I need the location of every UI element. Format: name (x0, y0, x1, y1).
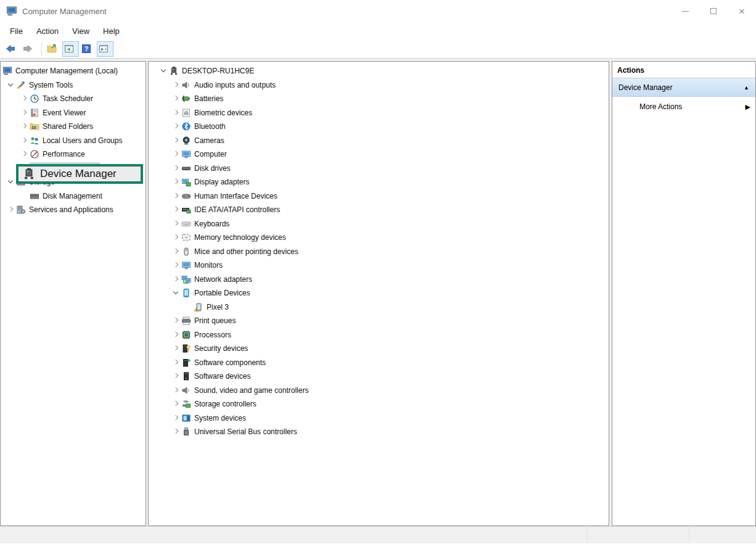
tree-item-computer[interactable]: Computer (149, 147, 609, 162)
tree-item-biometric-devices[interactable]: Biometric devices (149, 106, 609, 120)
security-devices-icon (181, 344, 191, 353)
tree-item-label: Local Users and Groups (43, 136, 122, 145)
tree-item-processors[interactable]: Processors (149, 328, 609, 342)
tree-item-ide-ata-atapi-controllers[interactable]: IDE ATA/ATAPI controllers (149, 203, 609, 217)
chevron-right-icon[interactable] (171, 94, 181, 104)
tree-item-event-viewer[interactable]: Event Viewer (1, 106, 146, 120)
tree-item-print-queues[interactable]: Print queues (149, 314, 609, 328)
show-action-pane-toggle[interactable] (97, 41, 113, 57)
menu-help[interactable]: Help (96, 24, 126, 38)
tree-item-body: Batteries (181, 93, 227, 105)
tree-item-memory-technology-devices[interactable]: Memory technology devices (149, 231, 609, 245)
tree-item-software-components[interactable]: Software components (149, 356, 609, 370)
tree-item-body: Display adapters (181, 176, 253, 188)
tree-item-system-tools[interactable]: System Tools (1, 78, 146, 93)
tree-item-disk-management[interactable]: Disk Management (1, 189, 146, 204)
tree-item-label: Mice and other pointing devices (194, 247, 298, 256)
forward-button[interactable] (21, 41, 38, 57)
cameras-icon (181, 136, 191, 146)
tree-item-desktop-ru1hc9e[interactable]: DESKTOP-RU1HC9E (149, 64, 609, 78)
chevron-down-icon[interactable] (158, 66, 169, 76)
tree-item-body: Task Scheduler (30, 93, 97, 105)
tree-item-storage-controllers[interactable]: Storage controllers (149, 397, 609, 411)
close-button[interactable]: × (728, 0, 756, 22)
tree-item-sound-video-and-game-controllers[interactable]: Sound, video and game controllers (149, 384, 609, 398)
tree-item-label: Universal Serial Bus controllers (194, 427, 297, 436)
chevron-right-icon[interactable] (171, 247, 181, 257)
tree-item-software-devices[interactable]: Software devices (149, 369, 609, 384)
tree-item-local-users-and-groups[interactable]: Local Users and Groups (1, 134, 146, 148)
chevron-right-icon[interactable] (171, 385, 181, 395)
tree-item-security-devices[interactable]: Security devices (149, 342, 609, 356)
chevron-right-icon[interactable] (171, 205, 181, 215)
tree-item-display-adapters[interactable]: Display adapters (149, 175, 609, 189)
tree-item-services-and-applications[interactable]: Services and Applications (1, 203, 146, 217)
menu-view[interactable]: View (65, 24, 96, 38)
tree-item-disk-drives[interactable]: Disk drives (149, 162, 609, 176)
tree-item-task-scheduler[interactable]: Task Scheduler (1, 92, 146, 106)
chevron-right-icon[interactable] (171, 177, 181, 187)
tree-item-pixel-3[interactable]: Pixel 3 (149, 300, 609, 315)
tree-item-bluetooth[interactable]: Bluetooth (149, 120, 609, 134)
chevron-right-icon[interactable] (19, 94, 30, 104)
menu-action[interactable]: Action (30, 24, 65, 38)
chevron-right-icon[interactable] (19, 149, 30, 159)
tree-item-monitors[interactable]: Monitors (149, 258, 609, 273)
tree-item-label: DESKTOP-RU1HC9E (182, 67, 254, 75)
show-console-tree-toggle[interactable] (62, 41, 79, 57)
minimize-button[interactable] (671, 0, 699, 22)
chevron-right-icon[interactable] (171, 136, 181, 146)
tree-item-batteries[interactable]: Batteries (149, 92, 609, 106)
tree-item-label: Bluetooth (194, 122, 226, 131)
chevron-right-icon[interactable] (171, 399, 181, 409)
chevron-right-icon[interactable] (6, 205, 16, 215)
chevron-right-icon[interactable] (171, 371, 181, 381)
tree-item-performance[interactable]: Performance (1, 147, 146, 162)
maximize-button[interactable] (699, 0, 728, 22)
chevron-right-icon[interactable] (171, 233, 181, 242)
chevron-right-icon[interactable] (171, 149, 181, 159)
chevron-right-icon[interactable] (19, 136, 30, 146)
chevron-right-icon[interactable] (171, 191, 181, 201)
chevron-right-icon[interactable] (171, 344, 181, 353)
tree-item-audio-inputs-and-outputs[interactable]: Audio inputs and outputs (149, 78, 609, 93)
tree-item-network-adapters[interactable]: Network adapters (149, 273, 609, 287)
chevron-down-icon[interactable] (6, 80, 16, 90)
chevron-down-icon[interactable] (6, 177, 16, 187)
chevron-right-icon[interactable] (19, 122, 30, 131)
up-one-level-button[interactable] (45, 41, 62, 57)
chevron-right-icon[interactable] (171, 413, 181, 423)
tree-item-human-interface-devices[interactable]: Human Interface Devices (149, 189, 609, 204)
tree-item-keyboards[interactable]: Keyboards (149, 217, 609, 231)
tree-item-cameras[interactable]: Cameras (149, 134, 609, 148)
tree-item-portable-devices[interactable]: Portable Devices (149, 286, 609, 300)
actions-group-device-manager[interactable]: Device Manager ▲ (612, 78, 755, 97)
tree-item-system-devices[interactable]: System devices (149, 411, 609, 426)
tree-item-universal-serial-bus-controllers[interactable]: Universal Serial Bus controllers (149, 425, 609, 439)
chevron-right-icon[interactable] (171, 80, 181, 90)
chevron-right-icon[interactable] (171, 427, 181, 437)
chevron-right-icon[interactable] (171, 274, 181, 284)
chevron-right-icon[interactable] (171, 219, 181, 229)
tree-item-label: Keyboards (194, 220, 229, 228)
chevron-down-icon[interactable] (171, 288, 181, 298)
chevron-right-icon[interactable] (171, 163, 181, 173)
tree-item-computer-management-local[interactable]: Computer Management (Local) (1, 64, 146, 78)
tree-item-body: Performance (30, 148, 89, 160)
collapse-up-triangle-icon[interactable]: ▲ (744, 84, 749, 91)
actions-item-more-actions[interactable]: More Actions ▶ (612, 97, 755, 117)
tree-item-label: Pixel 3 (207, 303, 229, 311)
chevron-right-icon[interactable] (171, 316, 181, 326)
chevron-right-icon[interactable] (171, 122, 181, 131)
chevron-right-icon[interactable] (171, 330, 181, 340)
back-button[interactable] (4, 41, 20, 57)
chevron-right-icon[interactable] (171, 260, 181, 270)
tree-item-body: Local Users and Groups (30, 134, 126, 147)
tree-item-shared-folders[interactable]: Shared Folders (1, 120, 146, 134)
chevron-right-icon[interactable] (171, 108, 181, 118)
chevron-right-icon[interactable] (171, 358, 181, 368)
tree-item-mice-and-other-pointing-devices[interactable]: Mice and other pointing devices (149, 245, 609, 259)
chevron-right-icon[interactable] (19, 108, 30, 118)
menu-file[interactable]: File (3, 24, 30, 38)
help-button[interactable]: ? (80, 41, 96, 57)
